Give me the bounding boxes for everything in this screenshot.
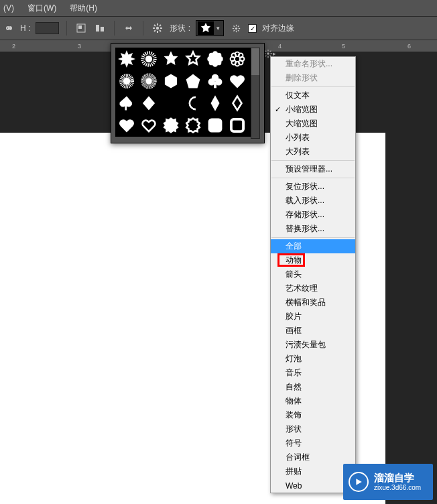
menu-small-thumb[interactable]: 小缩览图: [271, 103, 355, 117]
shape-seal-outline[interactable]: [182, 115, 204, 136]
svg-rect-2: [96, 25, 99, 32]
shape-burst-8[interactable]: [116, 48, 137, 70]
menu-frames[interactable]: 画框: [271, 324, 355, 338]
menu-music[interactable]: 音乐: [271, 366, 355, 380]
menu-view[interactable]: (V): [3, 3, 14, 13]
shape-preview: [198, 21, 214, 35]
link-icon[interactable]: [1, 21, 15, 35]
svg-point-4: [156, 27, 159, 29]
shape-club[interactable]: [204, 70, 226, 92]
shape-label: 形状 :: [170, 23, 190, 34]
shape-sun-24[interactable]: [138, 70, 160, 92]
menu-small-list[interactable]: 小列表: [271, 131, 355, 145]
menu-film[interactable]: 胶片: [271, 310, 355, 324]
arrange-icon[interactable]: [122, 21, 135, 35]
shape-diamond-outline[interactable]: [227, 92, 248, 114]
shape-sun-16[interactable]: [116, 70, 137, 92]
svg-rect-57: [214, 82, 216, 88]
svg-line-29: [265, 56, 266, 57]
menu-shapes[interactable]: 形状: [271, 422, 355, 436]
play-icon: [349, 472, 369, 492]
shape-grid[interactable]: [115, 48, 260, 137]
svg-line-18: [233, 25, 235, 27]
svg-line-11: [154, 30, 155, 32]
gear-icon-2[interactable]: [229, 21, 243, 35]
shape-rounded-square[interactable]: [204, 115, 226, 136]
shape-picker[interactable]: ▾: [196, 20, 224, 36]
shape-star-solid[interactable]: [160, 48, 182, 70]
chevron-down-icon: ▾: [214, 21, 222, 35]
shape-heart[interactable]: [227, 70, 248, 92]
menu-window[interactable]: 窗口(W): [27, 3, 56, 14]
svg-line-19: [237, 29, 239, 31]
gear-icon[interactable]: [151, 21, 164, 35]
svg-rect-59: [231, 119, 243, 131]
shape-moon-outline[interactable]: [182, 92, 204, 114]
menu-large-thumb[interactable]: 大缩览图: [271, 117, 355, 131]
menu-objects[interactable]: 物体: [271, 394, 355, 408]
svg-line-10: [160, 30, 161, 32]
menu-banners[interactable]: 横幅和奖品: [271, 296, 355, 310]
svg-line-30: [269, 51, 271, 52]
svg-point-41: [212, 56, 218, 62]
shape-pentagon[interactable]: [182, 70, 204, 92]
menu-replace-shapes[interactable]: 替换形状...: [271, 222, 355, 236]
svg-point-53: [145, 78, 151, 84]
menu-ornaments[interactable]: 装饰: [271, 408, 355, 422]
svg-line-21: [237, 25, 239, 27]
shape-burst-12[interactable]: [138, 48, 160, 70]
shape-flower[interactable]: [204, 48, 226, 70]
shape-star-outline[interactable]: [182, 48, 204, 70]
shape-panel: [111, 43, 265, 143]
context-menu: 重命名形状... 删除形状 仅文本 小缩览图 大缩览图 小列表 大列表 预设管理…: [270, 56, 356, 493]
menu-preset-manager[interactable]: 预设管理器...: [271, 162, 355, 176]
shape-diamond-solid[interactable]: [138, 92, 160, 114]
svg-point-13: [235, 27, 237, 29]
align-box-icon[interactable]: [74, 21, 88, 35]
menu-art-textures[interactable]: 艺术纹理: [271, 281, 355, 296]
menu-symbols[interactable]: 符号: [271, 436, 355, 450]
align-edges-label: 对齐边缘: [262, 23, 294, 34]
shape-rounded-square-outline[interactable]: [227, 115, 248, 136]
menu-all[interactable]: 全部: [271, 239, 355, 253]
shape-heart-solid2[interactable]: [116, 115, 137, 136]
h-input[interactable]: [36, 22, 59, 34]
h-label: H :: [20, 23, 30, 33]
watermark-url: zixue.3d66.com: [374, 484, 421, 491]
menu-animals[interactable]: 动物: [271, 253, 355, 267]
menu-text-only[interactable]: 仅文本: [271, 88, 355, 103]
svg-point-22: [267, 52, 269, 55]
shape-moon-solid[interactable]: [160, 92, 182, 114]
watermark-brand: 溜溜自学: [374, 472, 421, 484]
svg-line-27: [265, 51, 266, 52]
align-edge-icon[interactable]: [93, 21, 107, 35]
watermark: 溜溜自学 zixue.3d66.com: [343, 464, 433, 500]
menu-light-bulbs[interactable]: 灯泡: [271, 352, 355, 366]
menu-save-shapes[interactable]: 存储形状...: [271, 208, 355, 222]
menu-large-list[interactable]: 大列表: [271, 145, 355, 159]
svg-rect-3: [101, 27, 104, 32]
menu-delete-shape: 删除形状: [271, 71, 355, 85]
menu-reset-shapes[interactable]: 复位形状...: [271, 180, 355, 194]
shape-diamond-narrow[interactable]: [204, 92, 226, 114]
shape-heart-outline[interactable]: [138, 115, 160, 136]
svg-line-20: [233, 29, 235, 31]
menu-help[interactable]: 帮助(H): [70, 3, 97, 14]
shape-scrollbar[interactable]: [251, 48, 260, 139]
menu-arrows[interactable]: 箭头: [271, 267, 355, 281]
svg-rect-58: [208, 119, 223, 133]
svg-point-32: [145, 56, 152, 62]
menu-grime[interactable]: 污渍矢量包: [271, 338, 355, 352]
menu-nature[interactable]: 自然: [271, 380, 355, 394]
svg-line-12: [160, 25, 161, 26]
shape-seal-8[interactable]: [160, 115, 182, 136]
svg-line-9: [154, 25, 155, 26]
shape-flower-outline[interactable]: [227, 48, 248, 70]
menu-talk-bubbles[interactable]: 台词框: [271, 450, 355, 464]
shape-hexagon[interactable]: [160, 70, 182, 92]
menu-load-shapes[interactable]: 载入形状...: [271, 194, 355, 208]
align-edges-checkbox[interactable]: ✓: [248, 24, 257, 33]
menu-rename-shape: 重命名形状...: [271, 57, 355, 71]
svg-rect-1: [78, 25, 82, 29]
shape-spade[interactable]: [116, 92, 137, 114]
